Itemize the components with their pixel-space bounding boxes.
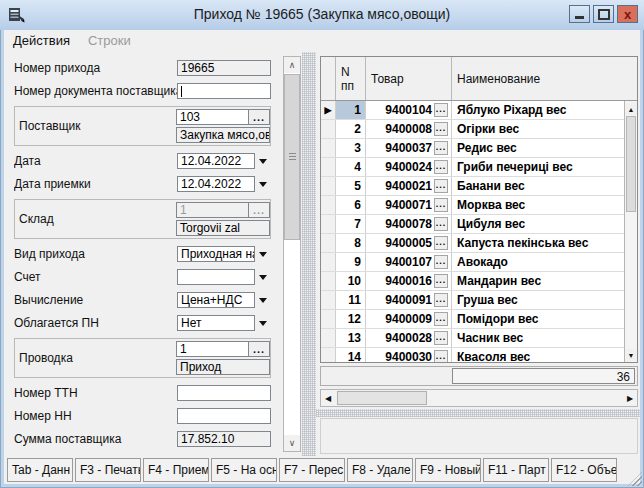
titlebar[interactable]: Приход № 19665 (Закупка мясо,овощи) x <box>0 0 644 30</box>
product-name-cell[interactable]: Груша вес <box>452 291 637 309</box>
product-name-cell[interactable]: Авокадо <box>452 253 637 271</box>
hscroll-thumb[interactable] <box>337 391 427 405</box>
product-code-cell[interactable]: 9400028... <box>366 329 452 347</box>
col-header-npp[interactable]: N пп <box>336 57 366 100</box>
col-header-product-name[interactable]: Наименование <box>452 57 637 100</box>
vertical-splitter[interactable] <box>302 52 316 456</box>
product-name-cell[interactable]: Яблуко Ріхард вес <box>452 101 637 119</box>
toolbar-button-f5-based[interactable]: F5 - На осн <box>211 458 277 482</box>
dropdown-button-date[interactable] <box>254 153 271 169</box>
grid-scroll-down-button[interactable]: ▼ <box>625 349 637 361</box>
product-name-cell[interactable]: Огірки вес <box>452 120 637 138</box>
product-code-cell[interactable]: 9400078... <box>366 215 452 233</box>
field-input-ttn-number[interactable] <box>177 385 271 401</box>
table-row[interactable]: 29400008...Огірки вес <box>321 120 637 139</box>
row-selector-cell[interactable] <box>321 139 336 157</box>
form-scrollbar[interactable]: ∧ ∨ <box>283 56 301 452</box>
row-selector-cell[interactable] <box>321 234 336 252</box>
row-selector-cell[interactable] <box>321 310 336 328</box>
product-lookup-button[interactable]: ... <box>434 293 448 307</box>
product-name-cell[interactable]: Квасоля вес <box>452 348 637 363</box>
product-lookup-button[interactable]: ... <box>434 236 448 250</box>
table-row[interactable]: 79400078...Цибуля вес <box>321 215 637 234</box>
dropdown-button-tax-pn[interactable] <box>254 315 271 331</box>
table-row[interactable]: 129400009...Помідори вес <box>321 310 637 329</box>
grid-scroll-thumb[interactable] <box>626 116 636 212</box>
menu-item-actions[interactable]: Действия <box>4 30 79 52</box>
row-number-cell[interactable]: 8 <box>336 234 366 252</box>
minimize-button[interactable] <box>569 5 590 23</box>
toolbar-button-f7-recalc[interactable]: F7 - Перес <box>279 458 345 482</box>
table-row[interactable]: 119400091...Груша вес <box>321 291 637 310</box>
product-name-cell[interactable]: Гриби печериці вес <box>452 158 637 176</box>
dropdown-button-account[interactable] <box>254 269 271 285</box>
product-lookup-button[interactable]: ... <box>434 312 448 326</box>
product-name-cell[interactable]: Редис вес <box>452 139 637 157</box>
product-lookup-button[interactable]: ... <box>434 255 448 269</box>
row-selector-cell[interactable] <box>321 196 336 214</box>
row-selector-cell[interactable] <box>321 215 336 233</box>
toolbar-button-f12-merge[interactable]: F12 - Объе <box>551 458 617 482</box>
product-code-cell[interactable]: 9400009... <box>366 310 452 328</box>
grid-body[interactable]: ▶19400104...Яблуко Ріхард вес29400008...… <box>321 101 637 363</box>
row-number-cell[interactable]: 2 <box>336 120 366 138</box>
table-row[interactable]: 89400005...Капуста пекінська вес <box>321 234 637 253</box>
product-lookup-button[interactable]: ... <box>434 331 448 345</box>
product-lookup-button[interactable]: ... <box>434 141 448 155</box>
row-number-cell[interactable]: 12 <box>336 310 366 328</box>
product-lookup-button[interactable]: ... <box>434 274 448 288</box>
product-code-cell[interactable]: 9400107... <box>366 253 452 271</box>
table-row[interactable]: 109400016...Мандарин вес <box>321 272 637 291</box>
toolbar-button-f11-batch[interactable]: F11 - Парт <box>483 458 549 482</box>
row-selector-cell[interactable] <box>321 291 336 309</box>
product-code-cell[interactable]: 9400037... <box>366 139 452 157</box>
col-header-product-code[interactable]: Товар <box>366 57 452 100</box>
product-code-cell[interactable]: 9400030... <box>366 348 452 363</box>
product-name-cell[interactable]: Цибуля вес <box>452 215 637 233</box>
product-lookup-button[interactable]: ... <box>434 160 448 174</box>
field-input-nn-number[interactable] <box>177 408 271 424</box>
table-row[interactable]: 59400021...Банани вес <box>321 177 637 196</box>
row-selector-cell[interactable]: ▶ <box>321 101 336 119</box>
product-code-cell[interactable]: 9400024... <box>366 158 452 176</box>
row-number-cell[interactable]: 3 <box>336 139 366 157</box>
hscroll-left-button[interactable]: ◀ <box>321 390 335 406</box>
scroll-thumb[interactable] <box>284 74 300 240</box>
product-lookup-button[interactable]: ... <box>434 122 448 136</box>
row-number-cell[interactable]: 10 <box>336 272 366 290</box>
row-selector-cell[interactable] <box>321 177 336 195</box>
dropdown-button-receive-date[interactable] <box>254 176 271 192</box>
row-number-cell[interactable]: 9 <box>336 253 366 271</box>
table-row[interactable]: 139400028...Часник вес <box>321 329 637 348</box>
product-name-cell[interactable]: Мандарин вес <box>452 272 637 290</box>
scroll-up-button[interactable]: ∧ <box>284 57 300 73</box>
product-code-cell[interactable]: 9400005... <box>366 234 452 252</box>
row-number-cell[interactable]: 5 <box>336 177 366 195</box>
items-grid[interactable]: N ппТоварНаименование ▶19400104...Яблуко… <box>320 56 638 363</box>
horizontal-splitter[interactable] <box>316 409 640 417</box>
dropdown-button-calculation[interactable] <box>254 292 271 308</box>
product-code-cell[interactable]: 9400008... <box>366 120 452 138</box>
hscroll-right-button[interactable]: ▶ <box>623 390 637 406</box>
row-selector-cell[interactable] <box>321 158 336 176</box>
row-number-cell[interactable]: 13 <box>336 329 366 347</box>
row-selector-cell[interactable] <box>321 348 336 363</box>
toolbar-button-f8-delete[interactable]: F8 - Удале <box>347 458 413 482</box>
row-number-cell[interactable]: 1 <box>336 101 366 119</box>
table-row[interactable]: 69400071...Морква вес <box>321 196 637 215</box>
product-lookup-button[interactable]: ... <box>434 350 448 363</box>
close-button[interactable]: x <box>617 5 638 23</box>
grid-hscrollbar[interactable]: ◀ ▶ <box>320 389 638 407</box>
product-lookup-button[interactable]: ... <box>434 179 448 193</box>
row-number-cell[interactable]: 6 <box>336 196 366 214</box>
lookup-button-warehouse[interactable]: ... <box>248 202 270 218</box>
toolbar-button-tab-data[interactable]: Tab - Данн <box>7 458 73 482</box>
lookup-button-posting[interactable]: ... <box>248 341 270 357</box>
toolbar-button-f4-receive[interactable]: F4 - Прием <box>143 458 209 482</box>
product-name-cell[interactable]: Морква вес <box>452 196 637 214</box>
product-name-cell[interactable]: Банани вес <box>452 177 637 195</box>
scroll-down-button[interactable]: ∨ <box>284 435 300 451</box>
table-row[interactable]: 149400030...Квасоля вес <box>321 348 637 363</box>
row-selector-cell[interactable] <box>321 272 336 290</box>
product-name-cell[interactable]: Капуста пекінська вес <box>452 234 637 252</box>
